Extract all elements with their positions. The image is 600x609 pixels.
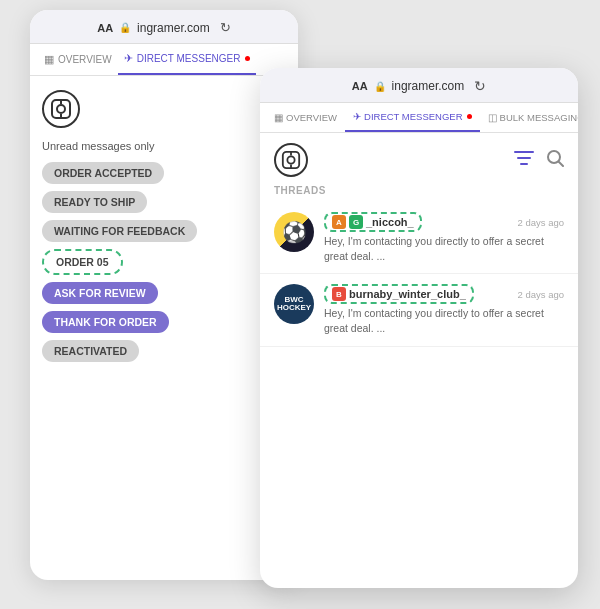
thread-top-niccoh: A G _niccoh_ 2 days ago (324, 212, 564, 232)
front-tab-bulk[interactable]: ◫ BULK MESSAGING (480, 104, 578, 131)
threads-label: THREADS (260, 183, 578, 202)
btn-thank-for-order[interactable]: THANK FOR ORDER (42, 311, 169, 333)
back-overview-label: OVERVIEW (58, 54, 112, 65)
svg-point-11 (548, 151, 560, 163)
thread-avatar-burnaby: BWCHOCKEY (274, 284, 314, 324)
thread-avatar-niccoh: ⚽ (274, 212, 314, 252)
front-header (260, 133, 578, 183)
back-overview-icon: ▦ (44, 53, 54, 66)
thread-username-niccoh: A G _niccoh_ (324, 212, 422, 232)
front-overview-label: OVERVIEW (286, 112, 337, 123)
front-aa: AA (352, 80, 368, 92)
btn-order-05[interactable]: ORDER 05 (42, 249, 123, 275)
back-aa: AA (97, 22, 113, 34)
front-bulk-icon: ◫ (488, 112, 497, 123)
back-lock-icon: 🔒 (119, 22, 131, 33)
front-logo (274, 143, 308, 177)
front-tab-overview[interactable]: ▦ OVERVIEW (266, 104, 345, 131)
back-direct-dot (245, 56, 250, 61)
svg-point-5 (287, 156, 294, 163)
front-lock-icon: 🔒 (374, 81, 386, 92)
back-direct-icon: ✈ (124, 52, 133, 65)
back-phone: AA 🔒 ingramer.com ↻ ▦ OVERVIEW ✈ DIRECT … (30, 10, 298, 580)
front-tab-bar: ▦ OVERVIEW ✈ DIRECT MESSENGER ◫ BULK MES… (260, 103, 578, 133)
badge-a-niccoh: A (332, 215, 346, 229)
back-tab-direct[interactable]: ✈ DIRECT MESSENGER (118, 44, 257, 75)
back-tab-overview[interactable]: ▦ OVERVIEW (38, 45, 118, 74)
btn-ready-to-ship[interactable]: READY TO SHIP (42, 191, 147, 213)
front-refresh-icon[interactable]: ↻ (474, 78, 486, 94)
btn-waiting-for-feedback[interactable]: WAITING FOR FEEDBACK (42, 220, 197, 242)
thread-item-niccoh[interactable]: ⚽ A G _niccoh_ 2 days ago Hey, I'm conta… (260, 202, 578, 274)
front-tab-direct[interactable]: ✈ DIRECT MESSENGER (345, 103, 480, 132)
filter-icon[interactable] (514, 150, 534, 170)
svg-point-1 (57, 105, 65, 113)
back-logo-wrap (42, 90, 286, 128)
front-direct-dot (467, 114, 472, 119)
back-browser-bar: AA 🔒 ingramer.com ↻ (30, 10, 298, 44)
svg-line-12 (559, 162, 563, 166)
front-bulk-label: BULK MESSAGING (500, 112, 578, 123)
thread-body-niccoh: A G _niccoh_ 2 days ago Hey, I'm contact… (324, 212, 564, 263)
badge-b-burnaby: B (332, 287, 346, 301)
back-tab-bar: ▦ OVERVIEW ✈ DIRECT MESSENGER (30, 44, 298, 76)
badge-g-niccoh: G (349, 215, 363, 229)
back-button-group: ORDER ACCEPTED READY TO SHIP WAITING FOR… (42, 162, 286, 362)
thread-top-burnaby: B burnaby_winter_club_ 2 days ago (324, 284, 564, 304)
thread-item-burnaby[interactable]: BWCHOCKEY B burnaby_winter_club_ 2 days … (260, 274, 578, 346)
thread-message-niccoh: Hey, I'm contacting you directly to offe… (324, 234, 564, 263)
username-burnaby: burnaby_winter_club_ (349, 288, 466, 300)
back-direct-label: DIRECT MESSENGER (137, 53, 241, 64)
thread-username-burnaby: B burnaby_winter_club_ (324, 284, 474, 304)
thread-time-burnaby: 2 days ago (518, 289, 564, 300)
search-icon[interactable] (546, 149, 564, 171)
btn-ask-for-review[interactable]: ASK FOR REVIEW (42, 282, 158, 304)
back-refresh-icon[interactable]: ↻ (220, 20, 231, 35)
btn-order-accepted[interactable]: ORDER ACCEPTED (42, 162, 164, 184)
front-content: THREADS ⚽ A G _niccoh_ 2 days ago Hey, I… (260, 133, 578, 347)
username-niccoh: _niccoh_ (366, 216, 414, 228)
back-url: ingramer.com (137, 21, 210, 35)
back-content: Unread messages only ORDER ACCEPTED READ… (30, 76, 298, 376)
front-direct-label: DIRECT MESSENGER (364, 111, 463, 122)
front-browser-bar: AA 🔒 ingramer.com ↻ (260, 68, 578, 103)
back-logo (42, 90, 80, 128)
front-header-actions (514, 149, 564, 171)
front-phone: AA 🔒 ingramer.com ↻ ▦ OVERVIEW ✈ DIRECT … (260, 68, 578, 588)
front-url: ingramer.com (392, 79, 465, 93)
btn-reactivated[interactable]: REACTIVATED (42, 340, 139, 362)
front-overview-icon: ▦ (274, 112, 283, 123)
thread-message-burnaby: Hey, I'm contacting you directly to offe… (324, 306, 564, 335)
front-direct-icon: ✈ (353, 111, 361, 122)
back-unread-label: Unread messages only (42, 140, 286, 152)
thread-time-niccoh: 2 days ago (518, 217, 564, 228)
thread-body-burnaby: B burnaby_winter_club_ 2 days ago Hey, I… (324, 284, 564, 335)
